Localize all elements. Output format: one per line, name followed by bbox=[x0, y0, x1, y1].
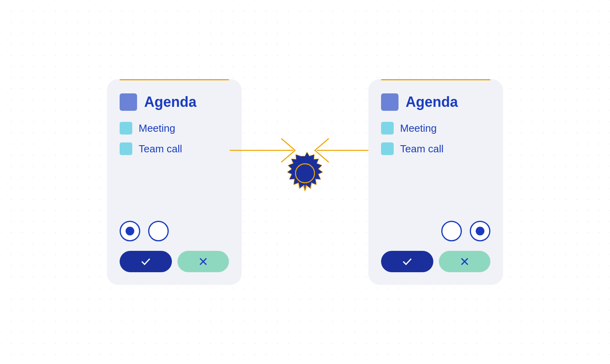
left-meeting-icon bbox=[120, 122, 132, 135]
right-radio-selected[interactable] bbox=[470, 221, 490, 241]
right-radio-row bbox=[381, 217, 490, 241]
right-agenda-row: Agenda bbox=[381, 93, 490, 111]
right-radio-unselected[interactable] bbox=[441, 221, 462, 241]
left-meeting-item: Meeting bbox=[120, 122, 229, 135]
gear-icon bbox=[273, 150, 337, 214]
left-card: Agenda Meeting Team call bbox=[107, 79, 242, 285]
left-confirm-button[interactable] bbox=[120, 251, 172, 272]
right-meeting-item: Meeting bbox=[381, 122, 490, 135]
left-radio-selected[interactable] bbox=[120, 221, 140, 241]
left-teamcall-label: Team call bbox=[139, 143, 182, 155]
right-card: Agenda Meeting Team call bbox=[368, 79, 503, 285]
left-agenda-icon bbox=[120, 93, 137, 111]
right-agenda-label: Agenda bbox=[406, 94, 490, 110]
left-checkmark-icon bbox=[140, 256, 151, 267]
left-teamcall-item: Team call bbox=[120, 142, 229, 155]
left-radio-row bbox=[120, 217, 229, 241]
left-teamcall-icon bbox=[120, 142, 132, 155]
right-checkmark-icon bbox=[402, 256, 413, 267]
left-action-row bbox=[120, 251, 229, 272]
left-agenda-row: Agenda bbox=[120, 93, 229, 111]
right-meeting-label: Meeting bbox=[400, 122, 437, 135]
gear-svg bbox=[273, 150, 337, 214]
right-cancel-button[interactable] bbox=[439, 251, 490, 272]
right-x-icon bbox=[460, 257, 469, 266]
left-x-icon bbox=[198, 257, 208, 266]
right-teamcall-item: Team call bbox=[381, 142, 490, 155]
left-radio-unselected[interactable] bbox=[148, 221, 169, 241]
left-meeting-label: Meeting bbox=[139, 122, 175, 135]
right-teamcall-icon bbox=[381, 142, 394, 155]
left-agenda-label: Agenda bbox=[144, 94, 196, 110]
right-teamcall-label: Team call bbox=[400, 143, 444, 155]
right-confirm-button[interactable] bbox=[381, 251, 433, 272]
center-area bbox=[242, 103, 368, 261]
left-cancel-button[interactable] bbox=[177, 251, 229, 272]
svg-point-5 bbox=[302, 170, 308, 176]
right-action-row bbox=[381, 251, 490, 272]
right-card-top-line bbox=[381, 79, 490, 80]
scene: Agenda Meeting Team call bbox=[48, 44, 562, 320]
left-card-top-line bbox=[120, 79, 229, 80]
right-agenda-icon bbox=[381, 93, 398, 111]
right-meeting-icon bbox=[381, 122, 394, 135]
